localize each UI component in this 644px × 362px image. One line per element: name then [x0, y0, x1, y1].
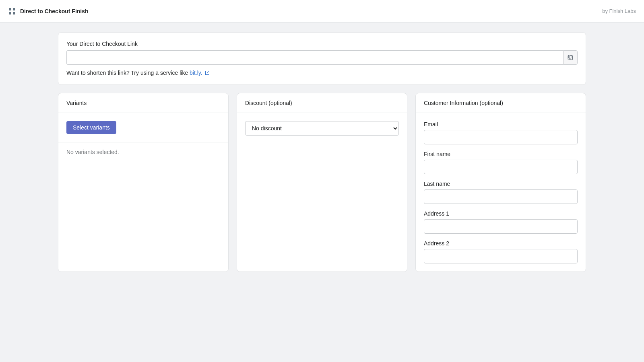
field-input-last_name[interactable] [424, 189, 578, 204]
header-left: Direct to Checkout Finish [8, 7, 89, 15]
svg-rect-2 [9, 12, 11, 14]
field-input-email[interactable] [424, 130, 578, 144]
field-input-address2[interactable] [424, 249, 578, 263]
app-subtitle: by Finish Labs [602, 8, 636, 14]
app-icon [8, 7, 16, 15]
link-card: Your Direct to Checkout Link Want to sho… [58, 32, 586, 85]
field-label-email: Email [424, 121, 578, 128]
customer-panel-header: Customer Information (optional) [416, 93, 586, 113]
field-group-first_name: First name [424, 151, 578, 174]
field-group-email: Email [424, 121, 578, 144]
field-label-address1: Address 1 [424, 210, 578, 217]
discount-panel-body: No discount [237, 113, 407, 144]
app-title: Direct to Checkout Finish [20, 8, 89, 14]
link-card-label: Your Direct to Checkout Link [66, 41, 578, 47]
variants-panel-header: Variants [58, 93, 228, 113]
main-content: Your Direct to Checkout Link Want to sho… [0, 23, 644, 282]
three-col-grid: Variants Select variants No variants sel… [58, 93, 586, 272]
checkout-link-input[interactable] [66, 50, 563, 65]
svg-rect-3 [13, 12, 15, 14]
variants-panel-body: Select variants [58, 113, 228, 142]
shorten-text: Want to shorten this link? Try using a s… [66, 70, 578, 76]
svg-rect-0 [9, 8, 11, 10]
bitly-link[interactable]: bit.ly. [190, 70, 210, 76]
svg-rect-1 [13, 8, 15, 10]
field-group-address1: Address 1 [424, 210, 578, 234]
customer-panel: Customer Information (optional) EmailFir… [415, 93, 586, 272]
app-header: Direct to Checkout Finish by Finish Labs [0, 0, 644, 23]
variants-panel: Variants Select variants No variants sel… [58, 93, 229, 272]
field-label-last_name: Last name [424, 181, 578, 187]
discount-select[interactable]: No discount [245, 121, 399, 136]
select-variants-button[interactable]: Select variants [66, 121, 116, 134]
external-link-icon [205, 70, 210, 76]
variants-panel-footer: No variants selected. [58, 142, 228, 162]
field-label-first_name: First name [424, 151, 578, 157]
field-input-address1[interactable] [424, 219, 578, 234]
copy-button[interactable] [563, 50, 578, 65]
field-group-address2: Address 2 [424, 240, 578, 263]
discount-panel: Discount (optional) No discount [237, 93, 407, 272]
field-input-first_name[interactable] [424, 160, 578, 174]
link-input-row [66, 50, 578, 65]
discount-panel-header: Discount (optional) [237, 93, 407, 113]
customer-panel-body: EmailFirst nameLast nameAddress 1Address… [416, 113, 586, 272]
field-group-last_name: Last name [424, 181, 578, 204]
field-label-address2: Address 2 [424, 240, 578, 247]
